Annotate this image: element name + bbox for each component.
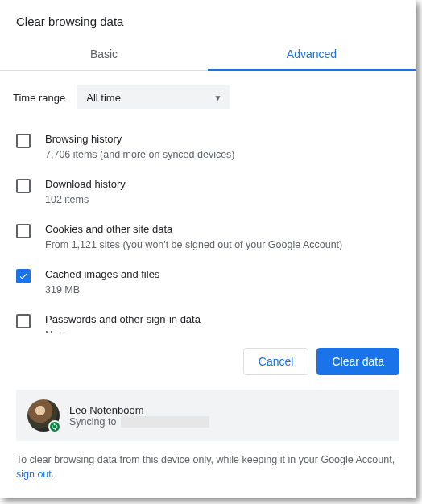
redacted-email — [121, 416, 209, 428]
time-range-select[interactable]: All time ▼ — [77, 85, 230, 109]
checkbox[interactable] — [16, 134, 31, 148]
footnote: To clear browsing data from this device … — [0, 452, 416, 498]
time-range-value: All time — [86, 92, 121, 104]
dialog-footer: Cancel Clear data — [0, 333, 416, 390]
option-text: Passwords and other sign-in dataNone — [45, 312, 201, 333]
checkbox[interactable] — [16, 269, 31, 283]
account-text: Leo Notenboom Syncing to — [69, 404, 209, 428]
time-range-label: Time range — [13, 92, 65, 104]
option-subtitle: From 1,121 sites (you won't be signed ou… — [45, 238, 342, 251]
option-subtitle: None — [45, 328, 201, 333]
option-subtitle: 319 MB — [45, 283, 159, 296]
option-row: Browsing history7,706 items (and more on… — [0, 124, 416, 169]
option-title: Passwords and other sign-in data — [45, 312, 201, 327]
option-title: Browsing history — [45, 132, 235, 147]
option-title: Cookies and other site data — [45, 222, 342, 237]
checkbox[interactable] — [16, 179, 31, 193]
option-row: Download history102 items — [0, 169, 416, 214]
sync-badge-icon — [48, 420, 61, 433]
dialog-title: Clear browsing data — [0, 0, 416, 39]
tab-bar: Basic Advanced — [0, 39, 416, 71]
checkbox[interactable] — [16, 314, 31, 328]
option-title: Cached images and files — [45, 267, 159, 282]
option-text: Cached images and files319 MB — [45, 267, 159, 296]
chevron-down-icon: ▼ — [213, 93, 221, 102]
tab-advanced[interactable]: Advanced — [208, 39, 416, 70]
account-name: Leo Notenboom — [69, 404, 209, 416]
tab-basic[interactable]: Basic — [0, 39, 208, 70]
footnote-text-2: . — [52, 469, 54, 480]
footnote-text-1: To clear browsing data from this device … — [16, 454, 395, 465]
syncing-label: Syncing to — [69, 416, 116, 428]
account-box: Leo Notenboom Syncing to — [16, 390, 399, 441]
option-subtitle: 102 items — [45, 193, 126, 206]
time-range-row: Time range All time ▼ — [0, 71, 416, 124]
option-text: Download history102 items — [45, 177, 126, 206]
avatar-wrap — [27, 399, 60, 432]
option-text: Browsing history7,706 items (and more on… — [45, 132, 235, 161]
dialog-body-scroll[interactable]: Time range All time ▼ Browsing history7,… — [0, 71, 416, 333]
option-row: Cookies and other site dataFrom 1,121 si… — [0, 214, 416, 259]
option-subtitle: 7,706 items (and more on synced devices) — [45, 148, 235, 161]
clear-browsing-data-dialog: Clear browsing data Basic Advanced Time … — [0, 0, 416, 498]
option-row: Cached images and files319 MB — [0, 259, 416, 304]
clear-data-button[interactable]: Clear data — [316, 348, 399, 375]
option-text: Cookies and other site dataFrom 1,121 si… — [45, 222, 342, 251]
cancel-button[interactable]: Cancel — [243, 348, 309, 375]
option-title: Download history — [45, 177, 126, 192]
checkbox[interactable] — [16, 224, 31, 238]
sign-out-link[interactable]: sign out — [16, 469, 52, 480]
account-sync-status: Syncing to — [69, 416, 209, 428]
option-row: Passwords and other sign-in dataNone — [0, 304, 416, 333]
